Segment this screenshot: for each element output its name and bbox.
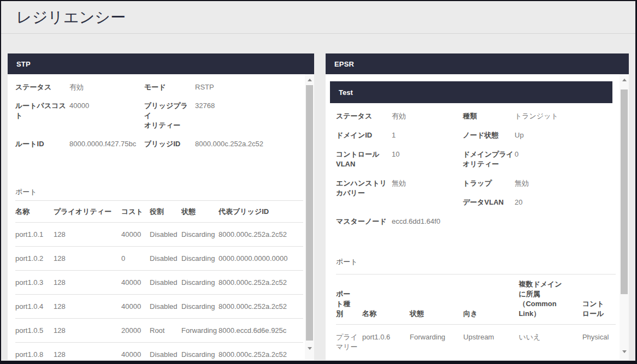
cell-cost: 20000 [121, 319, 150, 343]
cell-cost: 40000 [121, 271, 150, 295]
column-header: コント ロール [582, 275, 616, 325]
cell-cost: 40000 [121, 343, 150, 361]
table-row: port1.0.8 128 40000 Disabled Discarding … [15, 343, 303, 361]
scroll-down-icon[interactable] [622, 350, 627, 353]
column-header: 代表ブリッジID [219, 201, 303, 223]
stp-table-header-row: 名称 プライオリティー コスト 役割 状態 代表ブリッジID [15, 201, 303, 223]
epsr-port-section-label: ポート [336, 257, 616, 267]
resiliency-page: { "page": { "title": "レジリエンシー" }, "color… [0, 0, 637, 364]
cell-role: Disabled [150, 223, 181, 247]
epsr-scrollbar[interactable] [620, 74, 629, 360]
stp-panel-body: ステータス 有効 モード RSTP ルートパスコス ト 40000 ブリッジプラ… [8, 74, 314, 360]
cell-bridge-id: 0000.0000.0000.0000 [219, 247, 303, 271]
cell-role: Disabled [150, 343, 181, 361]
detail-label: データVLAN [463, 198, 515, 207]
epsr-content: Test ステータス 有効 ドメインID 1 [326, 74, 629, 360]
cell-name: port1.0.1 [15, 223, 54, 247]
detail-value: eccd.6dd1.64f0 [392, 217, 440, 226]
epsr-table-header-row: ポー ト種 別 名称 状態 向き 複数ドメイン に所属 （Common Link… [336, 275, 616, 325]
detail-label: 種類 [463, 111, 515, 121]
cell-state: Forwarding [181, 319, 219, 343]
column-header: 名称 [15, 201, 54, 223]
detail-label: モード [144, 82, 195, 92]
stp-panel-header: STP [8, 53, 314, 74]
cell-role: Disabled [150, 295, 181, 319]
detail-value: 有効 [392, 111, 406, 121]
panels-container: STP ステータス 有効 モード RSTP ルートパスコス ト 40000 ブリ… [1, 34, 635, 360]
cell-common-link: いいえ [518, 325, 582, 361]
cell-priority: 128 [54, 343, 121, 361]
cell-direction: Upstream [463, 325, 518, 361]
cell-state: Discarding [181, 295, 219, 319]
page-title: レジリエンシー [16, 7, 126, 28]
cell-role: Root [150, 319, 181, 343]
epsr-panel-header: EPSR [326, 53, 629, 74]
page-header: レジリエンシー [1, 1, 635, 34]
detail-value: 有効 [69, 82, 144, 92]
cell-bridge-id: 8000.000c.252a.2c52 [219, 295, 303, 319]
column-header: プライオリティー [54, 201, 121, 223]
scroll-down-icon[interactable] [308, 347, 312, 350]
table-row: port1.0.2 128 0 Disabled Discarding 0000… [15, 247, 303, 271]
column-header: 名称 [362, 275, 410, 325]
cell-name: port1.0.6 [362, 325, 410, 361]
detail-label: ドメインID [336, 130, 392, 140]
column-header: 向き [463, 275, 518, 325]
detail-label: トラップ [463, 178, 515, 188]
detail-value: RSTP [195, 82, 303, 92]
column-header: 役割 [150, 201, 181, 223]
epsr-port-table: ポー ト種 別 名称 状態 向き 複数ドメイン に所属 （Common Link… [336, 274, 616, 360]
stp-details: ステータス 有効 モード RSTP ルートパスコス ト 40000 ブリッジプラ… [15, 82, 303, 149]
cell-state: Discarding [181, 271, 219, 295]
detail-label: ノード状態 [463, 130, 515, 140]
scrollbar-thumb[interactable] [621, 89, 628, 294]
cell-name: port1.0.8 [15, 343, 54, 361]
scroll-up-icon[interactable] [308, 79, 312, 81]
stp-port-section-label: ポート [15, 187, 303, 197]
detail-label: ステータス [15, 82, 69, 92]
detail-value: 8000.0000.f427.75bc [69, 139, 144, 149]
column-header: ポー ト種 別 [336, 275, 362, 325]
detail-value: 8000.000c.252a.2c52 [195, 139, 303, 149]
scrollbar-thumb[interactable] [306, 85, 313, 341]
cell-bridge-id: 8000.000c.252a.2c52 [219, 343, 303, 361]
epsr-master-node: マスターノード eccd.6dd1.64f0 [336, 217, 616, 226]
stp-scrollbar[interactable] [305, 74, 314, 360]
epsr-details-right: 種類 トランジット ノード状態 Up ドメインプライ オリティー 0 [463, 111, 616, 217]
scroll-up-icon[interactable] [622, 79, 627, 81]
cell-bridge-id: 8000.000c.252a.2c52 [219, 223, 303, 247]
cell-state: Discarding [181, 343, 219, 361]
stp-content: ステータス 有効 モード RSTP ルートパスコス ト 40000 ブリッジプラ… [8, 74, 314, 360]
epsr-panel-body: Test ステータス 有効 ドメインID 1 [326, 74, 629, 360]
detail-value: 40000 [69, 101, 144, 130]
cell-priority: 128 [54, 223, 121, 247]
table-row: port1.0.5 128 20000 Root Forwarding 8000… [15, 319, 303, 343]
epsr-details-left: ステータス 有効 ドメインID 1 コントロール VLAN 10 [336, 111, 463, 217]
cell-state: Discarding [181, 223, 219, 247]
cell-state: Discarding [181, 247, 219, 271]
column-header: コスト [121, 201, 150, 223]
detail-value: 20 [515, 198, 522, 207]
column-header: 状態 [410, 275, 463, 325]
detail-value: 無効 [392, 178, 406, 198]
cell-bridge-id: 8000.000c.252a.2c52 [219, 271, 303, 295]
table-row: port1.0.1 128 40000 Disabled Discarding … [15, 223, 303, 247]
detail-label: コントロール VLAN [336, 150, 392, 169]
cell-priority: 128 [54, 319, 121, 343]
epsr-domain-header: Test [330, 81, 612, 103]
epsr-domain-details: ステータス 有効 ドメインID 1 コントロール VLAN 10 [326, 103, 629, 360]
detail-value: 無効 [515, 178, 529, 188]
detail-label: ルートID [15, 139, 69, 149]
detail-label: ドメインプライ オリティー [463, 150, 515, 169]
cell-name: port1.0.3 [15, 271, 54, 295]
stp-port-table: 名称 プライオリティー コスト 役割 状態 代表ブリッジID port1.0.1… [15, 200, 303, 360]
cell-role: Disabled [150, 247, 181, 271]
cell-name: port1.0.4 [15, 295, 54, 319]
cell-priority: 128 [54, 247, 121, 271]
table-row: プライマリー port1.0.6 Forwarding Upstream いいえ… [336, 325, 616, 361]
detail-value: 32768 [195, 101, 303, 130]
detail-label: マスターノード [336, 217, 392, 226]
detail-value: 1 [392, 130, 396, 140]
detail-label: ブリッジID [144, 139, 195, 149]
cell-name: port1.0.5 [15, 319, 54, 343]
